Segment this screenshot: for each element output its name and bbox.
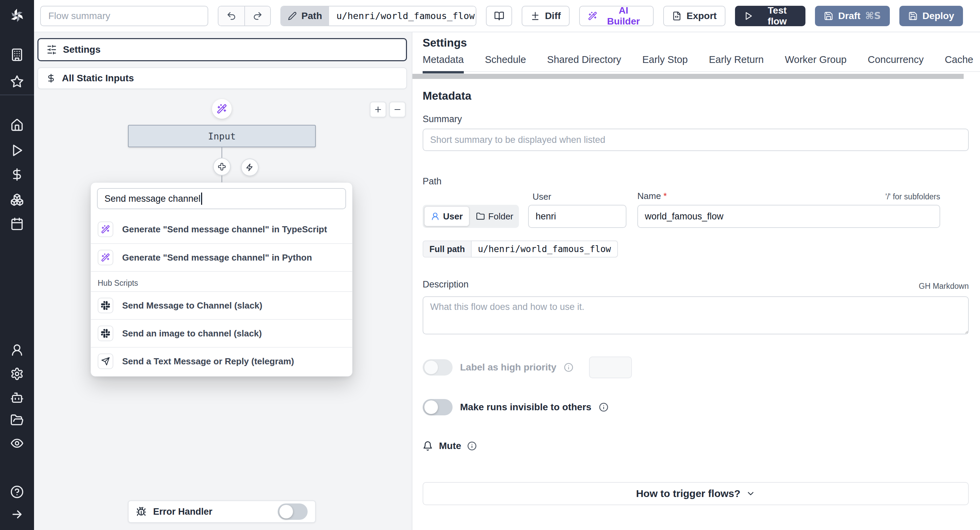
trigger-zap-button[interactable] [241, 159, 259, 176]
high-priority-toggle[interactable] [423, 359, 453, 376]
send-plane-icon [98, 354, 113, 369]
bug-icon [136, 506, 146, 517]
schedules-calendar-icon[interactable] [10, 217, 24, 231]
tab-shared-directory[interactable]: Shared Directory [547, 54, 621, 65]
summary-label: Summary [423, 114, 462, 124]
draft-label: Draft [838, 11, 860, 21]
priority-value-input[interactable] [589, 357, 632, 378]
dollar-icon [46, 73, 56, 83]
cross-plus-icon [218, 163, 226, 171]
expand-sidebar-arrow-icon[interactable] [10, 508, 24, 521]
sidebar [0, 0, 34, 530]
tab-concurrency[interactable]: Concurrency [868, 54, 924, 65]
pencil-icon [288, 11, 297, 21]
owner-folder-label: Folder [488, 211, 514, 222]
generate-python-item[interactable]: Generate "Send message channel" in Pytho… [91, 243, 352, 271]
hub-script-item[interactable]: Send an image to channel (slack) [91, 319, 352, 347]
tab-cache[interactable]: Cache [945, 54, 973, 65]
settings-gear-icon[interactable] [10, 367, 24, 381]
tab-worker-group[interactable]: Worker Group [785, 54, 846, 65]
docs-book-button[interactable] [486, 6, 512, 26]
suggestion-label: Generate "Send message channel" in Pytho… [122, 252, 312, 263]
building-icon[interactable] [10, 48, 24, 62]
error-handler-toggle[interactable] [278, 503, 308, 520]
user-icon[interactable] [10, 343, 24, 357]
generate-typescript-item[interactable]: Generate "Send message channel" in TypeS… [91, 215, 352, 243]
path-value[interactable]: u/henri/world_famous_flow [329, 6, 477, 25]
step-search-input[interactable]: Send message channel [97, 188, 346, 209]
path-name-input[interactable] [637, 205, 940, 228]
wand-sparkles-icon [98, 221, 113, 237]
draft-shortcut: ⌘S [865, 10, 881, 21]
suggestion-label: Generate "Send message channel" in TypeS… [122, 224, 327, 235]
input-node[interactable]: Input [128, 125, 316, 147]
error-handler-label: Error Handler [153, 506, 212, 517]
resources-boxes-icon[interactable] [10, 193, 24, 206]
audit-eye-icon[interactable] [10, 436, 24, 450]
how-to-trigger-button[interactable]: How to trigger flows? [423, 482, 969, 505]
owner-user-option[interactable]: User [424, 206, 469, 226]
zoom-in-button[interactable] [370, 102, 386, 117]
edit-path-button[interactable]: Path [281, 6, 329, 25]
export-label: Export [686, 11, 717, 21]
hub-script-item[interactable]: Send a Text Message or Reply (telegram) [91, 347, 352, 375]
settings-tabs: Metadata Schedule Shared Directory Early… [423, 54, 980, 72]
topbar: Path u/henri/world_famous_flow Diff AI B… [34, 0, 980, 32]
insert-step-button[interactable] [213, 158, 231, 176]
folders-icon[interactable] [10, 413, 24, 427]
tab-early-return[interactable]: Early Return [709, 54, 764, 65]
full-path-value: u/henri/world_famous_flow [471, 241, 617, 257]
flow-settings-label: Settings [63, 44, 100, 55]
workers-bot-icon[interactable] [10, 391, 24, 405]
zap-icon [246, 163, 254, 171]
star-icon[interactable] [10, 75, 24, 89]
how-to-trigger-label: How to trigger flows? [636, 488, 740, 499]
deploy-button[interactable]: Deploy [899, 6, 963, 26]
test-flow-button[interactable]: Test flow [735, 6, 805, 26]
path-user-input[interactable] [528, 205, 627, 228]
tab-schedule[interactable]: Schedule [485, 54, 526, 65]
diff-label: Diff [545, 11, 561, 21]
ai-builder-label: AI Builder [602, 5, 645, 27]
book-open-icon [494, 11, 504, 21]
flow-settings-button[interactable]: Settings [37, 38, 407, 61]
edge-line [221, 147, 222, 158]
windmill-logo-icon[interactable] [8, 6, 26, 25]
error-handler-node[interactable]: Error Handler [128, 500, 316, 523]
owner-kind-segmented-control: User Folder [423, 205, 519, 228]
variables-dollar-icon[interactable] [10, 168, 24, 181]
hub-scripts-header: Hub Scripts [91, 271, 352, 291]
sidebar-divider [0, 95, 34, 95]
hub-script-label: Send a Text Message or Reply (telegram) [122, 356, 294, 367]
draft-button[interactable]: Draft ⌘S [815, 6, 890, 26]
home-icon[interactable] [10, 118, 24, 132]
ai-flow-wand-button[interactable] [212, 99, 232, 119]
subfolder-hint: '/' for subfolders [885, 192, 940, 202]
tabs-horizontal-scrollbar[interactable] [412, 74, 964, 79]
full-path-display: Full path u/henri/world_famous_flow [423, 241, 618, 257]
all-static-inputs-button[interactable]: All Static Inputs [37, 67, 407, 89]
diff-button[interactable]: Diff [522, 6, 570, 26]
tab-metadata[interactable]: Metadata [423, 54, 464, 65]
zoom-out-button[interactable] [389, 102, 406, 117]
info-icon [467, 441, 477, 451]
all-static-inputs-label: All Static Inputs [62, 73, 134, 84]
flow-summary-input[interactable] [40, 6, 208, 26]
tab-early-stop[interactable]: Early Stop [642, 54, 688, 65]
invisible-runs-toggle[interactable] [423, 399, 453, 415]
owner-folder-option[interactable]: Folder [470, 206, 520, 226]
undo-button[interactable] [218, 6, 244, 25]
deploy-label: Deploy [923, 11, 954, 21]
ai-builder-button[interactable]: AI Builder [579, 6, 654, 26]
path-label: Path [301, 11, 322, 21]
hub-script-label: Send an image to channel (slack) [122, 328, 262, 339]
hub-script-item[interactable]: Send Message to Channel (slack) [91, 291, 352, 319]
export-button[interactable]: Export [663, 6, 725, 26]
runs-play-icon[interactable] [10, 144, 24, 157]
high-priority-label: Label as high priority [460, 362, 556, 373]
summary-input[interactable] [423, 129, 969, 151]
wand-sparkles-icon [98, 250, 113, 265]
help-icon[interactable] [10, 485, 24, 499]
description-textarea[interactable] [423, 296, 969, 335]
redo-button[interactable] [244, 6, 270, 25]
